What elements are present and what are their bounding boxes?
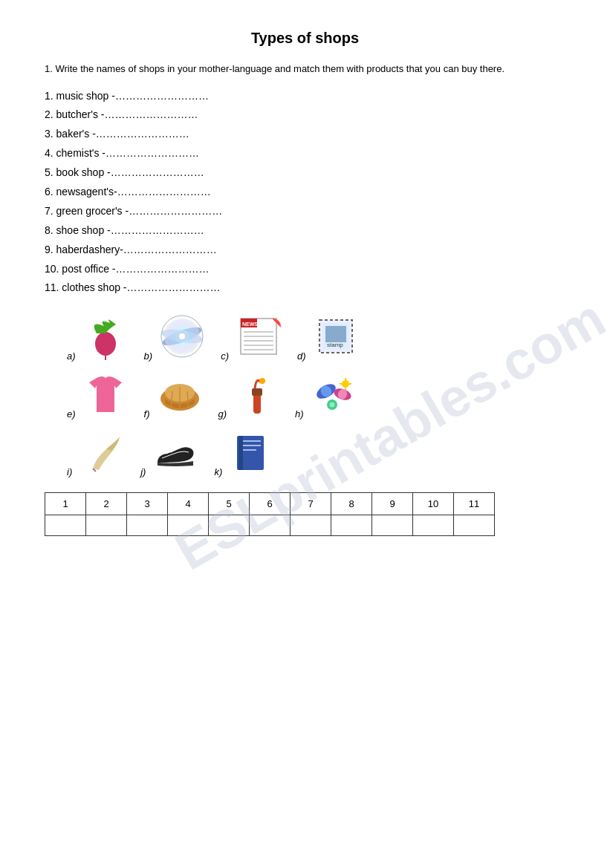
svg-text:NEWS: NEWS — [242, 322, 258, 327]
image-label: b) — [144, 350, 153, 362]
image-item: b) — [144, 311, 208, 362]
table-answer-cell[interactable] — [331, 515, 372, 536]
image-row: i) j) k) — [67, 427, 565, 477]
image-label: j) — [140, 466, 146, 477]
table-answer-cell[interactable] — [291, 515, 331, 536]
shop-item: 9. haberdashery-……………………… — [45, 241, 565, 260]
image-row: a) b) c) NEW — [67, 311, 565, 362]
table-header-cell: 5 — [209, 493, 250, 515]
image-label: e) — [67, 408, 76, 420]
image-label: f) — [144, 408, 150, 420]
table-answer-cell[interactable] — [454, 515, 495, 536]
table-answer-cell[interactable] — [209, 515, 250, 536]
svg-point-27 — [259, 378, 265, 384]
svg-text:stamp: stamp — [327, 342, 343, 348]
image-item: f) — [144, 369, 205, 420]
table-header-cell: 7 — [291, 493, 331, 515]
shop-item: 1. music shop -……………………… — [45, 87, 565, 106]
image-item: k) — [214, 427, 277, 477]
image-item: a) — [67, 311, 131, 362]
icon-vegetable — [80, 311, 131, 362]
shop-list: 1. music shop -………………………2. butcher's -……… — [45, 87, 565, 298]
shop-item: 6. newsagent's-……………………… — [45, 183, 565, 202]
image-item: c) NEWS — [221, 311, 284, 362]
shop-item: 7. green grocer's -……………………… — [45, 202, 565, 221]
images-section: a) b) c) NEW — [45, 311, 565, 477]
icon-book — [227, 427, 277, 477]
answer-table: 1234567891011 — [45, 492, 495, 536]
table-answer-cell[interactable] — [86, 515, 127, 536]
shop-item: 2. butcher's -……………………… — [45, 105, 565, 125]
icon-shoe — [150, 427, 201, 477]
page-title: Types of shops — [45, 30, 565, 47]
image-label: c) — [221, 350, 229, 362]
icon-newspaper: NEWS — [233, 311, 284, 362]
table-answer-cell[interactable] — [250, 515, 291, 536]
svg-point-34 — [342, 380, 349, 388]
table-header-cell: 3 — [127, 493, 168, 515]
icon-glue — [231, 369, 282, 420]
table-header-cell: 4 — [168, 493, 209, 515]
svg-point-7 — [161, 316, 203, 357]
image-label: a) — [67, 350, 76, 362]
svg-rect-41 — [243, 440, 261, 442]
image-item: i) — [67, 427, 127, 477]
table-answer-cell[interactable] — [168, 515, 209, 536]
image-item: h) — [295, 369, 359, 420]
image-label: k) — [214, 466, 222, 477]
table-header-cell: 1 — [45, 493, 86, 515]
image-item: e) — [67, 369, 131, 420]
image-label: d) — [297, 350, 306, 362]
svg-rect-18 — [325, 326, 346, 342]
image-item: d) stamp — [297, 311, 361, 362]
icon-bread — [155, 369, 205, 420]
svg-point-0 — [95, 332, 116, 356]
svg-point-33 — [329, 402, 334, 408]
svg-rect-40 — [239, 436, 243, 470]
table-answer-cell[interactable] — [45, 515, 86, 536]
shop-item: 4. chemist's -……………………… — [45, 144, 565, 163]
icon-tshirt — [80, 369, 131, 420]
table-header-cell: 2 — [86, 493, 127, 515]
svg-rect-43 — [243, 449, 256, 451]
shop-item: 11. clothes shop -……………………… — [45, 278, 565, 298]
svg-rect-25 — [253, 393, 261, 414]
shop-item: 8. shoe shop -……………………… — [45, 221, 565, 241]
icon-stamp: stamp — [311, 311, 361, 362]
shop-item: 10. post office -……………………… — [45, 260, 565, 279]
image-item: j) — [140, 427, 201, 477]
image-label: g) — [218, 408, 227, 420]
icon-cd — [157, 311, 207, 362]
table-answer-cell[interactable] — [413, 515, 454, 536]
table-header-cell: 9 — [372, 493, 413, 515]
svg-rect-26 — [252, 388, 262, 396]
table-answer-cell[interactable] — [372, 515, 413, 536]
table-header-cell: 6 — [250, 493, 291, 515]
shop-item: 3. baker's -……………………… — [45, 125, 565, 144]
image-label: i) — [67, 466, 72, 477]
image-label: h) — [295, 408, 304, 420]
table-header-cell: 10 — [413, 493, 454, 515]
svg-rect-42 — [243, 445, 261, 446]
shop-item: 5. book shop -……………………… — [45, 163, 565, 183]
table-answer-cell[interactable] — [127, 515, 168, 536]
image-item: g) — [218, 369, 282, 420]
table-header-cell: 8 — [331, 493, 372, 515]
table-header-cell: 11 — [454, 493, 495, 515]
icon-pills — [308, 369, 359, 420]
icon-feather — [77, 427, 127, 477]
instruction-text: 1. Write the names of shops in your moth… — [45, 62, 565, 76]
image-row: e) f) g) h) — [67, 369, 565, 420]
